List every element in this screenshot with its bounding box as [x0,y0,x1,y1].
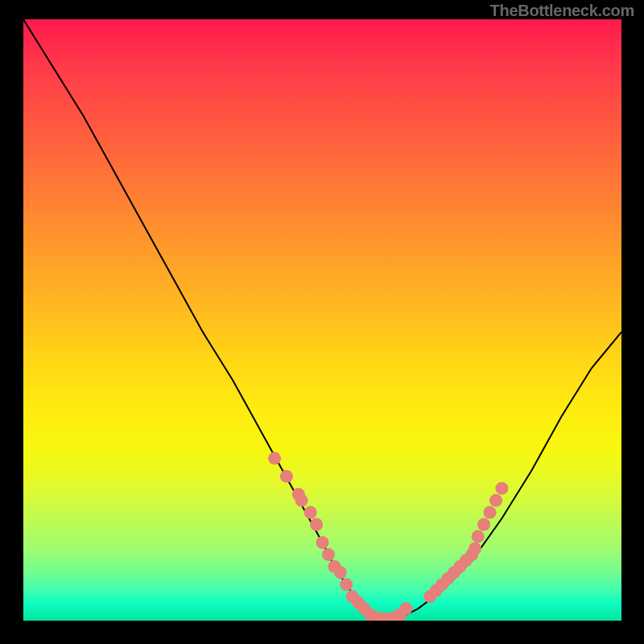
scatter-point [322,548,335,561]
scatter-point [400,602,413,615]
scatter-point [489,494,502,507]
scatter-point [310,518,323,531]
scatter-point [472,530,485,543]
chart-plot-area [23,19,621,621]
scatter-point [484,506,497,519]
curve-group [23,19,621,621]
attribution-text: TheBottleneck.com [490,2,634,20]
scatter-group [268,452,508,621]
scatter-point [295,494,308,507]
chart-svg [23,19,621,621]
scatter-point [340,578,353,591]
scatter-point [469,542,481,555]
scatter-point [477,518,490,531]
scatter-point [304,506,317,519]
scatter-point [495,482,508,495]
scatter-point [334,566,347,579]
scatter-point [316,536,329,549]
bottleneck-curve-path [23,19,621,621]
scatter-point [268,452,281,464]
scatter-point [280,470,293,483]
